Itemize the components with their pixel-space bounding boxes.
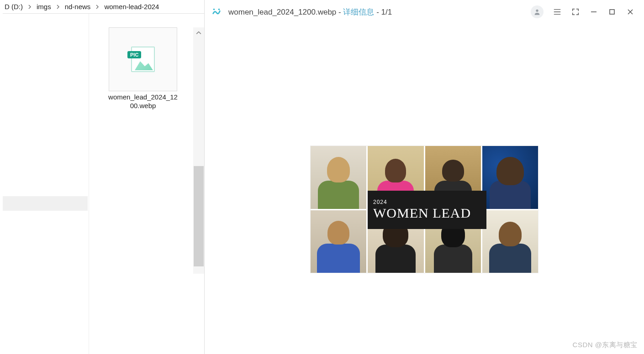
nav-selected-item[interactable]: [0, 196, 88, 211]
viewer-counter: 1/1: [381, 8, 392, 16]
svg-point-1: [218, 9, 220, 10]
viewer-title-filename: women_lead_2024_1200.webp: [228, 8, 336, 16]
menu-icon[interactable]: [553, 7, 562, 16]
viewer-title: women_lead_2024_1200.webp - 详细信息 - 1/1: [228, 7, 392, 17]
collage-cell: [311, 146, 366, 209]
scrollbar[interactable]: [193, 27, 204, 274]
chevron-right-icon: [55, 4, 61, 10]
file-thumbnail[interactable]: PIC: [109, 27, 177, 91]
banner-title: WOMEN LEAD: [373, 205, 486, 221]
maximize-button[interactable]: [607, 7, 617, 16]
watermark: CSDN @东离与糖宝: [573, 341, 638, 349]
file-explorer: D (D:) imgs nd-news women-lead-2024 PIC …: [0, 0, 205, 354]
breadcrumb-drive[interactable]: D (D:): [3, 2, 25, 11]
account-avatar[interactable]: [531, 5, 544, 18]
file-item[interactable]: PIC women_lead_2024_1200.webp: [106, 27, 179, 110]
nav-tree-panel[interactable]: [0, 14, 89, 354]
viewer-titlebar: women_lead_2024_1200.webp - 详细信息 - 1/1: [205, 0, 644, 24]
file-name-label: women_lead_2024_1200.webp: [106, 93, 179, 110]
pic-badge: PIC: [127, 51, 141, 58]
breadcrumb-folder-2[interactable]: nd-news: [63, 2, 93, 11]
scroll-thumb[interactable]: [194, 166, 204, 266]
collage-cell: [311, 210, 366, 273]
breadcrumb-folder-1[interactable]: imgs: [35, 2, 53, 11]
viewer-meta-link[interactable]: 详细信息: [343, 8, 374, 16]
displayed-image: 2024 WOMEN LEAD: [310, 146, 538, 273]
app-logo-icon: [211, 6, 222, 17]
svg-point-2: [536, 10, 538, 12]
chevron-right-icon: [26, 4, 33, 10]
picture-file-icon: PIC: [128, 45, 158, 74]
scroll-up-icon[interactable]: [193, 27, 204, 38]
minimize-button[interactable]: [589, 7, 598, 16]
collage-cell: [482, 146, 538, 209]
svg-point-0: [213, 9, 215, 10]
collage-cell: [482, 210, 538, 273]
breadcrumb: D (D:) imgs nd-news women-lead-2024: [0, 0, 204, 14]
viewer-canvas[interactable]: 2024 WOMEN LEAD: [205, 24, 644, 354]
svg-rect-3: [610, 10, 614, 14]
breadcrumb-folder-3[interactable]: women-lead-2024: [102, 2, 161, 11]
file-list: PIC women_lead_2024_1200.webp: [89, 14, 204, 354]
image-banner: 2024 WOMEN LEAD: [368, 191, 486, 229]
image-viewer: women_lead_2024_1200.webp - 详细信息 - 1/1: [205, 0, 644, 354]
close-button[interactable]: [626, 7, 635, 16]
fullscreen-icon[interactable]: [571, 7, 580, 16]
banner-year: 2024: [373, 199, 486, 205]
chevron-right-icon: [94, 4, 100, 10]
